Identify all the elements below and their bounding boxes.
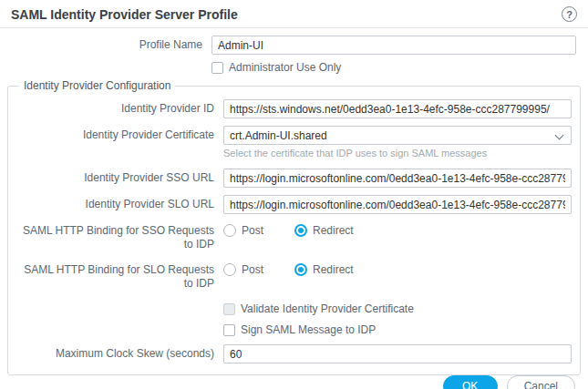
group-title: Identity Provider Configuration <box>19 79 175 92</box>
profile-name-label: Profile Name <box>0 38 211 52</box>
idp-id-label: Identity Provider ID <box>15 102 223 116</box>
profile-name-input[interactable] <box>211 36 576 55</box>
profile-name-row: Profile Name <box>0 36 588 55</box>
radio-icon <box>223 263 236 276</box>
ok-button[interactable]: OK <box>443 375 498 389</box>
cancel-button[interactable]: Cancel <box>507 375 575 389</box>
idp-cert-label: Identity Provider Certificate <box>15 128 223 142</box>
idp-cert-help-text: Select the certificate that IDP uses to … <box>223 148 572 159</box>
sso-binding-row: SAML HTTP Binding for SSO Requests to ID… <box>15 223 572 251</box>
admin-only-row: Administrator Use Only <box>0 61 588 74</box>
idp-cert-select[interactable]: crt.Admin-UI.shared <box>223 126 572 145</box>
sso-binding-post-label: Post <box>242 224 263 237</box>
saml-idp-server-profile-dialog: SAML Identity Provider Server Profile ? … <box>0 0 588 389</box>
dialog-footer: OK Cancel <box>0 375 588 389</box>
sign-saml-message-label: Sign SAML Message to IDP <box>241 323 376 336</box>
sso-binding-label: SAML HTTP Binding for SSO Requests to ID… <box>15 224 223 251</box>
slo-binding-label: SAML HTTP Binding for SLO Requests to ID… <box>15 263 223 291</box>
chevron-down-icon <box>555 131 564 140</box>
sso-binding-redirect-option[interactable]: Redirect <box>294 224 354 237</box>
idp-cert-hint-row: Select the certificate that IDP uses to … <box>15 148 572 159</box>
clock-skew-row: Maximum Clock Skew (seconds) <box>15 344 572 363</box>
admin-use-only-checkbox[interactable] <box>211 62 223 74</box>
validate-cert-row: Validate Identity Provider Certificate <box>15 302 572 315</box>
dialog-title: SAML Identity Provider Server Profile <box>11 7 238 22</box>
sign-saml-message-checkbox[interactable] <box>223 324 235 336</box>
clock-skew-label: Maximum Clock Skew (seconds) <box>15 347 223 361</box>
slo-binding-post-label: Post <box>242 263 263 276</box>
slo-url-input[interactable] <box>223 195 572 214</box>
idp-id-input[interactable] <box>223 99 572 118</box>
slo-url-row: Identity Provider SLO URL <box>15 195 572 214</box>
sso-binding-redirect-label: Redirect <box>313 224 354 237</box>
slo-binding-post-option[interactable]: Post <box>223 263 263 276</box>
radio-selected-icon <box>294 263 307 276</box>
sso-url-input[interactable] <box>223 169 572 188</box>
help-icon[interactable]: ? <box>562 6 577 22</box>
slo-binding-redirect-option[interactable]: Redirect <box>294 263 354 276</box>
radio-selected-icon <box>294 224 307 237</box>
sso-url-label: Identity Provider SSO URL <box>15 171 223 185</box>
sso-url-row: Identity Provider SSO URL <box>15 169 572 188</box>
radio-icon <box>223 224 236 237</box>
slo-binding-redirect-label: Redirect <box>313 263 354 276</box>
idp-cert-row: Identity Provider Certificate crt.Admin-… <box>15 126 572 145</box>
sso-binding-post-option[interactable]: Post <box>223 224 263 237</box>
idp-id-row: Identity Provider ID <box>15 99 572 118</box>
slo-url-label: Identity Provider SLO URL <box>15 198 223 211</box>
identity-provider-configuration-group: Identity Provider Configuration Identity… <box>7 79 581 375</box>
idp-cert-selected-value: crt.Admin-UI.shared <box>230 129 327 142</box>
slo-binding-row: SAML HTTP Binding for SLO Requests to ID… <box>15 262 572 291</box>
admin-use-only-label: Administrator Use Only <box>229 61 341 74</box>
dialog-header: SAML Identity Provider Server Profile ? <box>0 0 588 28</box>
validate-idp-cert-label: Validate Identity Provider Certificate <box>241 302 414 315</box>
clock-skew-input[interactable] <box>223 344 572 363</box>
sign-saml-row: Sign SAML Message to IDP <box>15 323 572 336</box>
validate-idp-cert-checkbox[interactable] <box>223 303 235 315</box>
